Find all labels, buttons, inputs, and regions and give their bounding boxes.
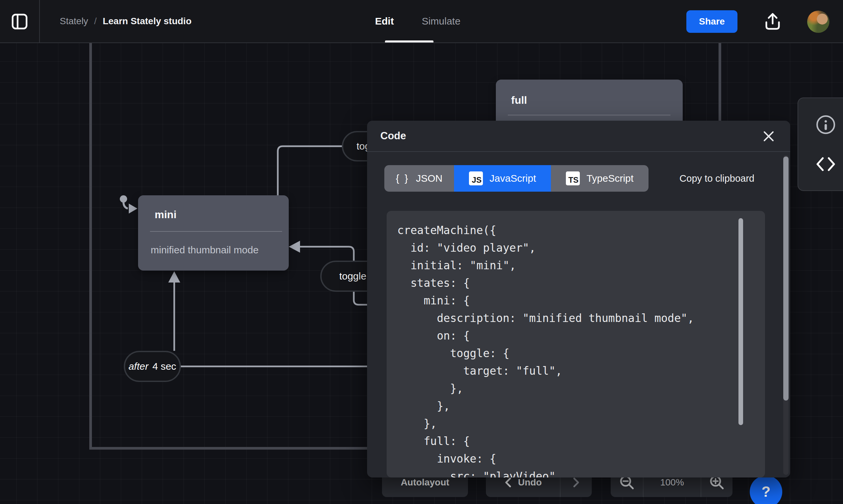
tab-label: TypeScript xyxy=(586,173,634,184)
top-bar: Stately / Learn Stately studio Edit Simu… xyxy=(0,0,843,43)
event-pill-after-4-sec[interactable]: after 4 sec xyxy=(124,351,181,382)
export-button[interactable] xyxy=(762,11,783,32)
state-divider xyxy=(150,231,282,232)
code-scrollbar-thumb[interactable] xyxy=(738,218,743,425)
state-divider xyxy=(508,115,670,115)
breadcrumb-project[interactable]: Learn Stately studio xyxy=(103,16,191,26)
code-content: createMachine({ id: "video player", init… xyxy=(386,211,765,478)
tab-javascript[interactable]: JS JavaScript xyxy=(454,165,551,192)
code-editor[interactable]: createMachine({ id: "video player", init… xyxy=(386,211,765,478)
upload-icon xyxy=(764,12,781,31)
tab-label: JSON xyxy=(416,173,443,184)
breadcrumb-separator: / xyxy=(94,16,97,26)
topbar-divider xyxy=(39,0,40,42)
tab-typescript[interactable]: TS TypeScript xyxy=(551,165,649,192)
state-title: mini xyxy=(155,209,176,221)
javascript-icon: JS xyxy=(469,172,483,185)
after-keyword: after xyxy=(128,361,148,372)
code-brackets-icon xyxy=(815,157,836,172)
event-label: toggle xyxy=(339,271,366,282)
help-label: ? xyxy=(762,483,771,500)
panel-scrollbar-thumb[interactable] xyxy=(783,157,789,400)
tab-json[interactable]: { } JSON xyxy=(384,165,454,192)
undo-label: Undo xyxy=(518,477,542,488)
info-icon xyxy=(815,114,836,135)
copy-to-clipboard-button[interactable]: Copy to clipboard xyxy=(679,173,754,184)
code-panel: Code { } JSON JS JavaScript TS TypeScrip… xyxy=(367,121,790,478)
code-format-tabs: { } JSON JS JavaScript TS TypeScript Cop… xyxy=(384,165,773,192)
state-title: full xyxy=(511,94,527,106)
chevron-right-icon xyxy=(572,476,580,489)
after-value: 4 sec xyxy=(152,361,176,372)
breadcrumb: Stately / Learn Stately studio xyxy=(60,0,191,42)
braces-icon: { } xyxy=(396,173,409,184)
sidebar-icon xyxy=(11,13,28,30)
autolayout-label: Autolayout xyxy=(400,477,449,488)
mode-tabs: Edit Simulate xyxy=(375,0,460,42)
canvas-side-toolbar xyxy=(797,97,843,191)
code-button[interactable] xyxy=(814,152,837,176)
tab-simulate[interactable]: Simulate xyxy=(422,16,461,27)
breadcrumb-app[interactable]: Stately xyxy=(60,16,88,26)
code-panel-title: Code xyxy=(380,130,406,142)
zoom-level-value: 100% xyxy=(660,477,684,488)
info-button[interactable] xyxy=(814,113,837,136)
sidebar-toggle-button[interactable] xyxy=(8,10,31,33)
close-icon xyxy=(763,131,774,142)
state-node-mini[interactable]: mini minified thumbnail mode xyxy=(138,195,289,271)
tab-label: JavaScript xyxy=(489,173,536,184)
format-tab-group: { } JSON JS JavaScript TS TypeScript xyxy=(384,165,649,192)
tab-edit[interactable]: Edit xyxy=(375,16,394,27)
code-panel-header: Code xyxy=(367,121,790,152)
share-button[interactable]: Share xyxy=(686,10,738,33)
state-description: minified thumbnail mode xyxy=(151,245,259,256)
typescript-icon: TS xyxy=(566,172,580,185)
user-avatar[interactable] xyxy=(807,11,829,33)
chevron-left-icon xyxy=(504,476,512,489)
active-tab-underline xyxy=(385,40,433,42)
close-button[interactable] xyxy=(761,129,776,144)
